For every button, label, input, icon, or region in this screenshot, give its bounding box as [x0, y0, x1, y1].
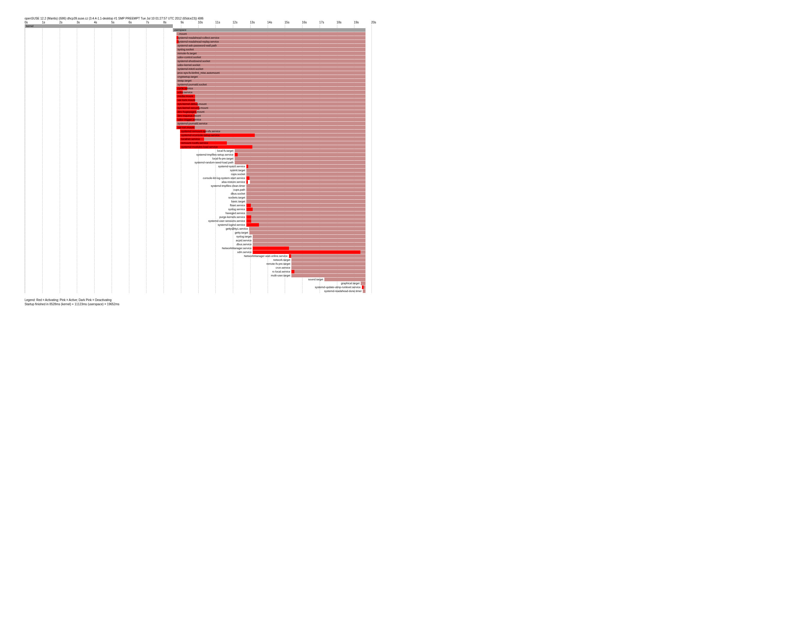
bar-label: systemd-remount-api-vfs.service: [181, 129, 221, 133]
chart-row: cycle.service: [25, 87, 371, 90]
bar-label: dbus.service: [236, 242, 252, 246]
bar-label: systemd-modules-load.service: [181, 145, 218, 149]
chart-row: var-lock.mount: [25, 98, 371, 102]
x-tick: 0s: [24, 21, 28, 24]
x-tick: 20s: [371, 21, 376, 24]
bar-label: syslog.service: [228, 207, 246, 211]
chart-row: systemd-shutdownd.socket: [25, 59, 371, 63]
chart-row: rc-local.service: [25, 270, 371, 273]
chart-row: proc-sys-fs-binfmt_misc.automount: [25, 71, 371, 75]
chart-row: local-fs-pre.target: [25, 157, 371, 160]
chart-row: localnet.service: [25, 137, 371, 141]
bar-label: proc-sys-fs-binfmt_misc.automount: [177, 71, 220, 75]
chart-row: systemd-random-seed-load.path: [25, 161, 371, 164]
chart-area: kerneluserspace-.mountsystemd-readahead-…: [24, 24, 371, 293]
chart-row: remote-fs-pre.target: [25, 262, 371, 266]
chart-row: cryptsetup.target: [25, 75, 371, 79]
chart-title: openSUSE 12.2 (Mantis) (i586) dhcp39.sus…: [24, 17, 812, 20]
chart-row: sysinit.target: [25, 169, 371, 172]
chart-row: systemd-remount-api-vfs.service: [25, 129, 371, 133]
chart-row: remote-fs.target: [25, 52, 371, 55]
bar-label: systemd-journald.service: [177, 122, 208, 125]
bar-label: xdm.service: [237, 250, 252, 254]
x-axis: 0s1s2s3s4s5s6s7s8s9s10s11s12s13s14s15s16…: [24, 21, 371, 24]
chart-row: dbus.socket: [25, 192, 371, 195]
bar-label: multi-user.target: [270, 274, 291, 277]
bar-label: systemd-update-utmp-runlevel.service: [314, 285, 361, 289]
chart-row: udev.service: [25, 91, 371, 94]
bar-label: syslog.target: [235, 235, 252, 238]
bar-label: alsa-restore.service: [221, 180, 246, 184]
bar-label: dbus.socket: [230, 192, 246, 195]
chart-row: systemd-update-utmp-runlevel.service: [25, 285, 371, 289]
chart-footer: Legend: Red = Activating; Pink = Active;…: [24, 298, 812, 306]
chart-row: graphical.target: [25, 282, 371, 285]
bar-label: remote-fs-pre.target: [266, 262, 291, 266]
bar-label: local-fs-pre.target: [212, 157, 234, 160]
gridline: [371, 24, 372, 293]
bar-label: dev-hugepages.mount: [177, 110, 205, 114]
bar-label: sysinit.target: [230, 169, 246, 172]
chart-row: sys-kernel-debug.mount: [25, 102, 371, 106]
x-tick: 8s: [163, 21, 166, 24]
chart-row: console-kit-log-system-start.service: [25, 176, 371, 180]
x-tick: 5s: [111, 21, 114, 24]
boot-chart: openSUSE 12.2 (Mantis) (i586) dhcp39.sus…: [24, 17, 812, 306]
chart-row: swap.target: [25, 79, 371, 82]
chart-row: systemd-readahead-collect.service: [25, 36, 371, 40]
bar-label: systemd-initctl.socket: [177, 67, 204, 71]
x-tick: 17s: [319, 21, 324, 24]
bar-label: basic.target: [231, 200, 246, 203]
bar-label: sound.target: [308, 278, 324, 281]
chart-row: purge-kernels.service: [25, 215, 371, 219]
bar-label: NetworkManager.service: [221, 247, 252, 250]
bar-label: network.target: [272, 258, 291, 262]
chart-row: xdm.service: [25, 250, 371, 254]
bar-label: purge-kernels.service: [219, 215, 246, 219]
bar-label: cron.service: [275, 266, 291, 269]
bar-label: systemd-tmpfiles-setup.service: [195, 153, 234, 157]
bar-label: udev-trigger.service: [177, 118, 202, 122]
x-tick: 11s: [215, 21, 220, 24]
bar-label: NetworkManager-wait-online.service: [243, 254, 288, 258]
x-tick: 1s: [42, 21, 45, 24]
x-tick: 6s: [129, 21, 132, 24]
chart-row: systemd-initctl.socket: [25, 67, 371, 71]
chart-row: multi-user.target: [25, 274, 371, 277]
x-tick: 13s: [250, 21, 255, 24]
bar-label: systemd-readahead-done.timer: [324, 289, 362, 293]
chart-row: cups.path: [25, 188, 371, 192]
chart-row: udev-kernel.socket: [25, 63, 371, 67]
chart-row: syslog.socket: [25, 48, 371, 51]
bar-label: acpid.service: [235, 239, 252, 242]
bar-label: remount-rootfs.service: [181, 141, 209, 145]
bar-label: systemd-readahead-replay.service: [177, 40, 219, 44]
chart-row: sound.target: [25, 278, 371, 281]
chart-row: haveged.service: [25, 212, 371, 215]
bar-label: udev.service: [177, 91, 193, 94]
x-tick: 2s: [60, 21, 63, 24]
bar-label: getty@tty1.service: [225, 227, 249, 231]
chart-row: dev-hugepages.mount: [25, 110, 371, 114]
bar-label: haveged.service: [225, 212, 246, 215]
bar-label: sockets.target: [228, 196, 246, 199]
chart-row: NetworkManager.service: [25, 247, 371, 250]
chart-row: fbset.service: [25, 204, 371, 207]
chart-row: systemd-sysctl.service: [25, 164, 371, 168]
bar-label: graphical.target: [340, 282, 360, 285]
bar-label: console-kit-log-system-start.service: [202, 176, 246, 180]
chart-row: systemd-ask-password-wall.path: [25, 44, 371, 47]
chart-row: NetworkManager-wait-online.service: [25, 254, 371, 258]
chart-row: kernel: [25, 24, 371, 28]
bar-label: localnet.service: [181, 137, 200, 141]
chart-row: systemd-user-sessions.service: [25, 219, 371, 223]
chart-row: remount-rootfs.service: [25, 141, 371, 145]
bar-label: systemd-sysctl.service: [218, 164, 246, 168]
x-tick: 4s: [94, 21, 97, 24]
bar-label: swap.target: [177, 79, 192, 82]
bar-label: var-run.mount: [177, 126, 195, 129]
chart-row: -.mount: [25, 32, 371, 36]
bar-label: dev-mqueue.mount: [177, 114, 201, 117]
x-tick: 3s: [76, 21, 80, 24]
chart-row: userspace: [25, 28, 371, 32]
